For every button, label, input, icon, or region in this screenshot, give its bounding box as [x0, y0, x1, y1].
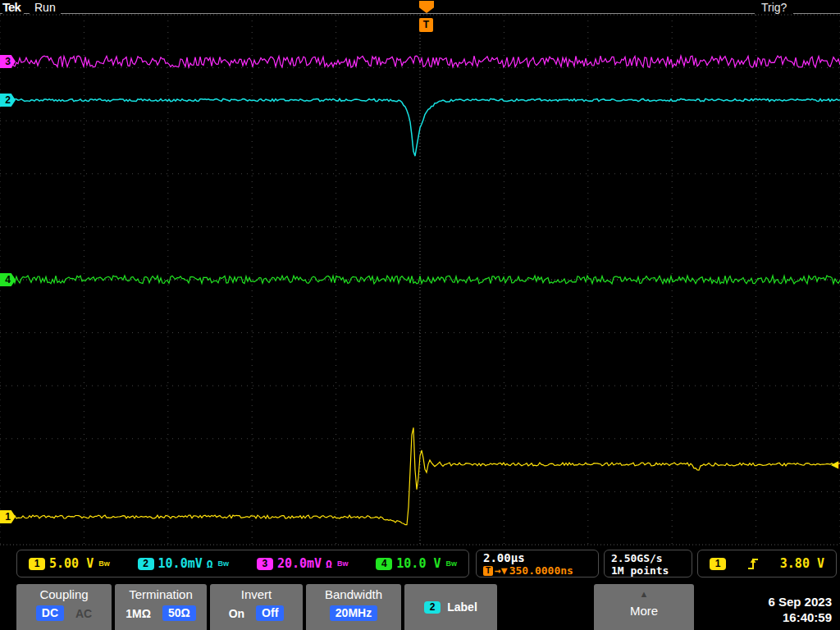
- bandwidth-button[interactable]: Bandwidth 20MHz: [306, 584, 401, 630]
- label-text: Label: [447, 600, 477, 614]
- ch4-bandwidth-icon: Bw: [445, 559, 457, 568]
- termination-title: Termination: [115, 587, 207, 601]
- trigger-position-readout: T →▼ 350.0000ns: [483, 564, 591, 577]
- header-divider: [0, 13, 840, 14]
- date: 6 Sep 2023: [768, 594, 832, 609]
- ch4-badge: 4: [376, 558, 392, 570]
- ch4-readout[interactable]: 4 10.0 V Bw: [376, 556, 457, 571]
- ch2-badge: 2: [138, 558, 154, 570]
- trigger-source-badge: 1: [710, 558, 726, 570]
- datetime: 6 Sep 2023 16:40:59: [768, 594, 832, 625]
- coupling-button[interactable]: Coupling DC AC: [16, 584, 112, 630]
- invert-off-option[interactable]: Off: [256, 605, 284, 621]
- soft-menu-bar: Coupling DC AC Termination 1MΩ 50Ω Inver…: [0, 584, 840, 630]
- invert-on-option[interactable]: On: [229, 607, 244, 620]
- trace: [0, 427, 840, 524]
- channel-readouts-box: 1 5.00 V Bw 2 10.0mV Ω Bw 3 20.0mV Ω Bw …: [16, 550, 469, 578]
- bandwidth-20mhz-option[interactable]: 20MHz: [330, 605, 377, 621]
- trigger-position-value: 350.0000ns: [509, 564, 573, 577]
- ch1-readout[interactable]: 1 5.00 V Bw: [29, 556, 110, 571]
- ch2-readout[interactable]: 2 10.0mV Ω Bw: [138, 556, 230, 571]
- sample-rate: 2.50GS/s: [611, 552, 685, 564]
- top-bar: Tek Run Trig?: [0, 0, 840, 15]
- timebase-scale: 2.00µs: [483, 552, 591, 564]
- ch3-scale: 20.0mV: [277, 556, 322, 571]
- oscilloscope-screen: Tek Run Trig? T 3241 ◀ 1 5.00 V Bw 2 10.…: [0, 0, 840, 630]
- termination-50ohm-option[interactable]: 50Ω: [162, 605, 196, 621]
- brand-logo: Tek: [2, 0, 24, 14]
- ch2-bandwidth-icon: Bw: [218, 559, 230, 568]
- bandwidth-title: Bandwidth: [306, 587, 401, 601]
- label-button[interactable]: 2 Label: [404, 584, 497, 630]
- ch3-bandwidth-icon: Bw: [337, 559, 349, 568]
- label-ch2-badge: 2: [424, 601, 441, 614]
- trigger-flag-icon[interactable]: T: [419, 18, 433, 32]
- acquisition-status: Run: [30, 1, 61, 14]
- timebase-readout[interactable]: 2.00µs T →▼ 350.0000ns: [476, 550, 599, 578]
- trigger-arrow-icon: →▼: [495, 564, 508, 577]
- trigger-position-icon[interactable]: [419, 1, 434, 13]
- ch3-impedance: Ω: [326, 558, 332, 570]
- trigger-t-icon: T: [483, 566, 493, 576]
- more-up-arrow-icon: ▲: [594, 589, 694, 599]
- ch2-impedance: Ω: [207, 558, 213, 570]
- trigger-slope-icon: [746, 556, 760, 571]
- trigger-level: 3.80 V: [780, 556, 824, 571]
- termination-button[interactable]: Termination 1MΩ 50Ω: [115, 584, 207, 630]
- more-text: More: [594, 604, 694, 618]
- waveform-display: [0, 0, 840, 630]
- coupling-title: Coupling: [16, 587, 112, 601]
- ch2-scale: 10.0mV: [158, 556, 203, 571]
- status-bar: 1 5.00 V Bw 2 10.0mV Ω Bw 3 20.0mV Ω Bw …: [0, 548, 840, 581]
- ch3-readout[interactable]: 3 20.0mV Ω Bw: [257, 556, 349, 571]
- acquisition-readout[interactable]: 2.50GS/s 1M points: [604, 550, 692, 578]
- coupling-ac-option[interactable]: AC: [75, 607, 92, 620]
- invert-title: Invert: [210, 587, 303, 601]
- ch3-badge: 3: [257, 558, 273, 570]
- termination-1mohm-option[interactable]: 1MΩ: [126, 607, 151, 620]
- ch4-scale: 10.0 V: [396, 556, 441, 571]
- trigger-status: Trig?: [755, 1, 793, 14]
- record-length: 1M points: [611, 564, 685, 577]
- ch1-scale: 5.00 V: [49, 556, 94, 571]
- ch1-badge: 1: [29, 558, 45, 570]
- coupling-dc-option[interactable]: DC: [36, 605, 64, 621]
- trigger-readout[interactable]: 1 3.80 V: [697, 550, 837, 578]
- invert-button[interactable]: Invert On Off: [210, 584, 303, 630]
- time: 16:40:59: [768, 609, 832, 625]
- ch1-level-arrow-icon: ◀: [831, 459, 838, 470]
- more-button[interactable]: ▲ More: [594, 584, 694, 630]
- ch1-bandwidth-icon: Bw: [98, 559, 110, 568]
